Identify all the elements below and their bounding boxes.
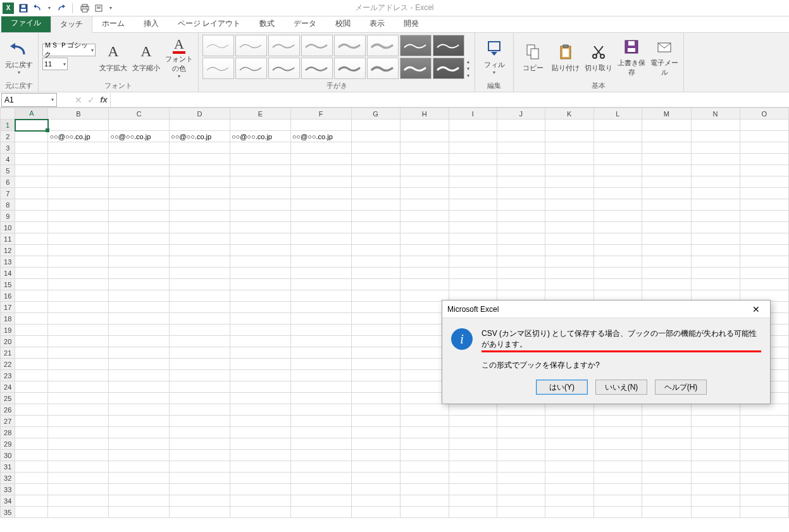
cell[interactable] xyxy=(351,279,400,290)
cell[interactable] xyxy=(290,211,351,222)
row-header[interactable]: 23 xyxy=(1,370,15,381)
undo-dropdown-icon[interactable]: ▾ xyxy=(48,5,51,11)
cell[interactable] xyxy=(48,154,109,165)
cell[interactable] xyxy=(15,154,48,165)
cell[interactable] xyxy=(170,347,230,359)
cell[interactable] xyxy=(351,290,400,302)
pen-style[interactable] xyxy=(301,35,333,56)
cell[interactable] xyxy=(351,325,400,336)
cell[interactable] xyxy=(170,188,230,199)
cell[interactable] xyxy=(691,154,740,165)
accept-formula-icon[interactable]: ✓ xyxy=(85,94,97,106)
cell[interactable] xyxy=(290,256,351,268)
cell[interactable] xyxy=(351,381,400,393)
cell[interactable] xyxy=(642,495,691,507)
pen-gallery[interactable]: ▴ ▾ ▾ xyxy=(202,35,471,79)
cell[interactable] xyxy=(545,427,593,438)
cell[interactable] xyxy=(48,484,109,495)
cell[interactable] xyxy=(642,142,691,154)
cell[interactable] xyxy=(642,233,691,245)
cell[interactable] xyxy=(642,268,691,279)
cell[interactable] xyxy=(15,325,48,336)
cell[interactable] xyxy=(449,188,497,199)
cell[interactable] xyxy=(691,188,740,199)
cell[interactable] xyxy=(593,142,642,154)
tab-insert[interactable]: 挿入 xyxy=(134,15,168,32)
cell[interactable] xyxy=(545,461,593,473)
cell[interactable] xyxy=(691,404,740,416)
help-button[interactable]: ヘルプ(H) xyxy=(655,380,707,395)
cell[interactable] xyxy=(449,268,497,279)
cell[interactable] xyxy=(642,427,691,438)
cell[interactable] xyxy=(642,154,691,165)
cell[interactable] xyxy=(109,313,170,325)
cell[interactable] xyxy=(449,461,497,473)
cell[interactable] xyxy=(109,233,170,245)
cell[interactable] xyxy=(449,120,497,131)
cell[interactable] xyxy=(351,450,400,461)
cell[interactable] xyxy=(545,473,593,484)
cell[interactable] xyxy=(545,199,593,211)
cell[interactable] xyxy=(642,211,691,222)
cell[interactable] xyxy=(170,233,230,245)
cell[interactable] xyxy=(497,450,545,461)
cell[interactable] xyxy=(497,165,545,176)
tab-review[interactable]: 校閲 xyxy=(326,15,360,32)
cell[interactable] xyxy=(400,416,449,427)
cell[interactable] xyxy=(449,142,497,154)
cell[interactable] xyxy=(351,154,400,165)
cell[interactable] xyxy=(109,427,170,438)
cell[interactable] xyxy=(642,473,691,484)
row-header[interactable]: 18 xyxy=(1,313,15,325)
print-preview-icon[interactable] xyxy=(79,3,90,14)
cell[interactable] xyxy=(15,290,48,302)
cell[interactable] xyxy=(497,279,545,290)
cell[interactable] xyxy=(497,427,545,438)
cell[interactable] xyxy=(15,165,48,176)
row-header[interactable]: 11 xyxy=(1,233,15,245)
cell[interactable] xyxy=(230,290,290,302)
cell[interactable] xyxy=(740,473,788,484)
cell[interactable] xyxy=(230,120,290,131)
row-header[interactable]: 2 xyxy=(1,131,15,142)
cell[interactable] xyxy=(230,347,290,359)
cell[interactable] xyxy=(449,507,497,518)
cell[interactable] xyxy=(449,256,497,268)
cell[interactable] xyxy=(740,131,788,142)
cut-button[interactable]: 切り取り xyxy=(583,35,614,79)
cell[interactable] xyxy=(230,427,290,438)
cell[interactable] xyxy=(48,245,109,256)
row-header[interactable]: 22 xyxy=(1,359,15,370)
cell[interactable] xyxy=(48,393,109,404)
cell[interactable] xyxy=(449,245,497,256)
cell[interactable] xyxy=(497,245,545,256)
cell[interactable] xyxy=(230,313,290,325)
cell[interactable] xyxy=(290,154,351,165)
cell[interactable] xyxy=(170,495,230,507)
cell[interactable] xyxy=(15,233,48,245)
cell[interactable]: ○○@○○.co.jp xyxy=(290,131,351,142)
cell[interactable] xyxy=(545,120,593,131)
cell[interactable] xyxy=(48,495,109,507)
cell[interactable] xyxy=(400,461,449,473)
cell[interactable] xyxy=(642,165,691,176)
cell[interactable] xyxy=(740,222,788,233)
cell[interactable] xyxy=(15,438,48,450)
cell[interactable]: ○○@○○.co.jp xyxy=(48,131,109,142)
cell[interactable] xyxy=(351,211,400,222)
cell[interactable] xyxy=(230,165,290,176)
cell[interactable] xyxy=(691,120,740,131)
cell[interactable] xyxy=(400,120,449,131)
cell[interactable] xyxy=(48,347,109,359)
cell[interactable] xyxy=(691,233,740,245)
cell[interactable] xyxy=(48,211,109,222)
cell[interactable] xyxy=(48,279,109,290)
cell[interactable] xyxy=(48,233,109,245)
cell[interactable] xyxy=(497,484,545,495)
row-header[interactable]: 10 xyxy=(1,222,15,233)
cell[interactable] xyxy=(109,279,170,290)
cell[interactable] xyxy=(449,131,497,142)
tab-data[interactable]: データ xyxy=(284,15,326,32)
cell[interactable] xyxy=(230,142,290,154)
cell[interactable] xyxy=(593,438,642,450)
